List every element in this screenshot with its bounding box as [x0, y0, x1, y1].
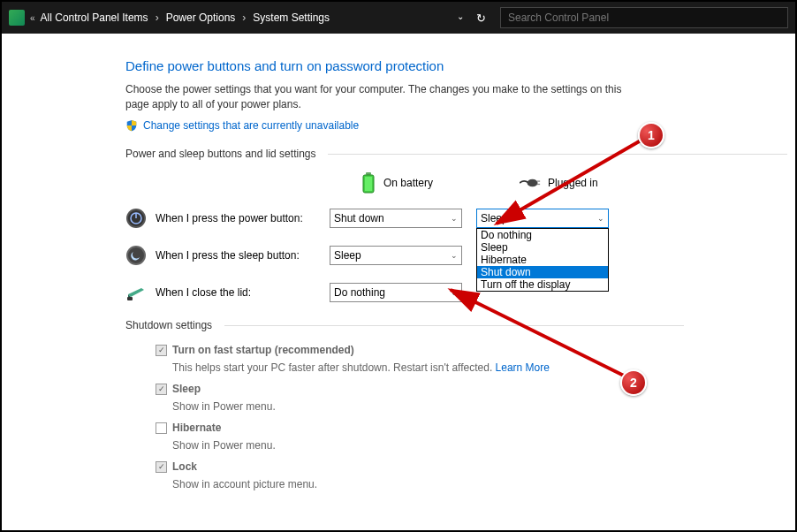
svg-rect-5: [537, 183, 540, 184]
column-headers: On battery Plugged in: [329, 172, 760, 194]
laptop-lid-icon: [125, 282, 147, 303]
page-description: Choose the power settings that you want …: [125, 82, 647, 112]
fast-startup-desc: This helps start your PC faster after sh…: [172, 361, 760, 374]
sleep-label: Sleep: [172, 383, 201, 395]
sleep-checkbox[interactable]: ✓: [156, 384, 167, 395]
col-plugged-label: Plugged in: [548, 177, 598, 189]
svg-rect-2: [365, 177, 372, 191]
lock-checkbox[interactable]: ✓: [156, 461, 167, 473]
dropdown-option[interactable]: Shut down: [477, 266, 608, 278]
battery-icon: [361, 172, 376, 194]
lock-desc: Show in account picture menu.: [172, 478, 760, 490]
svg-rect-12: [127, 297, 133, 300]
plug-icon: [520, 177, 541, 189]
power-button-row: When I press the power button: Shut down…: [125, 208, 760, 229]
hibernate-menu-row: Hibernate: [156, 422, 760, 434]
search-input[interactable]: [500, 7, 788, 28]
svg-point-11: [128, 247, 144, 263]
breadcrumb-item[interactable]: Power Options: [166, 11, 236, 24]
section-shutdown: Shutdown settings: [125, 319, 760, 331]
sleep-menu-row: ✓ Sleep: [156, 383, 760, 395]
sleep-button-label: When I press the sleep button:: [156, 249, 300, 262]
hibernate-desc: Show in Power menu.: [172, 439, 760, 452]
refresh-icon[interactable]: ↻: [476, 11, 486, 25]
dropdown-option[interactable]: Sleep: [477, 241, 608, 254]
page-title: Define power buttons and turn on passwor…: [125, 58, 760, 73]
power-button-icon: [125, 208, 147, 229]
chevron-left-icon[interactable]: «: [30, 13, 35, 23]
breadcrumb-item[interactable]: All Control Panel Items: [41, 11, 148, 24]
section-power-sleep: Power and sleep buttons and lid settings: [125, 148, 760, 160]
chevron-down-icon: ⌄: [451, 251, 458, 260]
annotation-badge-2: 2: [620, 369, 647, 396]
fast-startup-checkbox[interactable]: ✓: [156, 345, 167, 356]
sleep-button-icon: [125, 245, 147, 266]
breadcrumb-item[interactable]: System Settings: [253, 11, 330, 24]
power-button-plugged-select[interactable]: Sleep⌄ Do nothing Sleep Hibernate Shut d…: [476, 209, 609, 228]
shield-icon: [125, 119, 138, 132]
close-lid-row: When I close the lid: Do nothing⌄: [125, 282, 760, 303]
lock-label: Lock: [172, 460, 197, 473]
col-battery-label: On battery: [383, 177, 433, 189]
chevron-down-icon: ⌄: [451, 214, 458, 223]
sleep-desc: Show in Power menu.: [172, 400, 760, 413]
dropdown-option[interactable]: Turn off the display: [477, 278, 608, 291]
chevron-down-icon: ⌄: [451, 288, 458, 297]
search-box[interactable]: [500, 7, 788, 28]
chevron-right-icon: ›: [242, 11, 246, 24]
lock-menu-row: ✓ Lock: [156, 460, 760, 473]
dropdown-option[interactable]: Do nothing: [477, 229, 608, 241]
control-panel-icon: [9, 10, 25, 26]
chevron-down-icon[interactable]: ⌄: [457, 11, 464, 25]
content-area: Define power buttons and turn on passwor…: [2, 34, 795, 530]
fast-startup-label: Turn on fast startup (recommended): [172, 344, 354, 356]
fast-startup-row: ✓ Turn on fast startup (recommended): [156, 344, 760, 356]
dropdown-menu: Do nothing Sleep Hibernate Shut down Tur…: [476, 228, 609, 292]
sleep-button-row: When I press the sleep button: Sleep⌄: [125, 245, 760, 266]
sleep-button-battery-select[interactable]: Sleep⌄: [330, 246, 462, 265]
chevron-right-icon: ›: [156, 11, 159, 24]
power-button-battery-select[interactable]: Shut down⌄: [330, 209, 462, 228]
address-toolbar: « All Control Panel Items › Power Option…: [2, 2, 795, 34]
close-lid-battery-select[interactable]: Do nothing⌄: [330, 283, 462, 302]
chevron-down-icon: ⌄: [597, 214, 604, 223]
annotation-badge-1: 1: [638, 122, 664, 148]
hibernate-label: Hibernate: [172, 422, 221, 434]
change-settings-link[interactable]: Change settings that are currently unava…: [143, 119, 359, 132]
svg-rect-4: [537, 180, 540, 181]
hibernate-checkbox[interactable]: [156, 422, 167, 434]
close-lid-label: When I close the lid:: [156, 286, 251, 299]
dropdown-option[interactable]: Hibernate: [477, 254, 608, 266]
power-button-label: When I press the power button:: [156, 212, 303, 224]
learn-more-link[interactable]: Learn More: [496, 361, 550, 374]
svg-point-3: [528, 179, 538, 186]
